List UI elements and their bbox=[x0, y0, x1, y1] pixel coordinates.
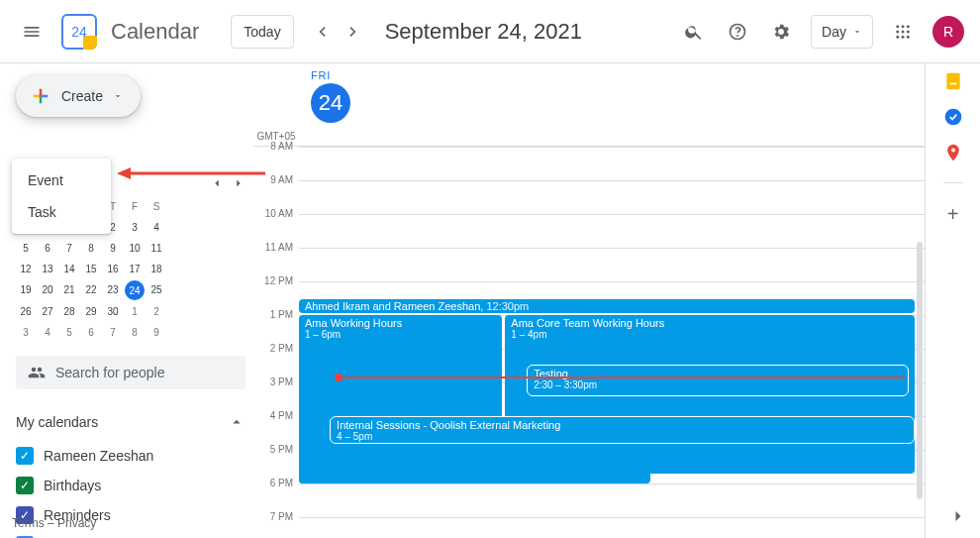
mini-day[interactable]: 29 bbox=[81, 302, 101, 321]
svg-point-8 bbox=[907, 35, 910, 38]
mini-day[interactable]: 27 bbox=[38, 302, 57, 321]
main-menu-button[interactable] bbox=[8, 8, 55, 55]
mini-day[interactable]: 19 bbox=[16, 280, 36, 300]
account-avatar[interactable]: R bbox=[932, 16, 964, 48]
app-title: Calendar bbox=[111, 19, 199, 45]
privacy-link[interactable]: Privacy bbox=[57, 516, 96, 530]
mini-day[interactable]: 3 bbox=[16, 323, 36, 342]
calendar-item[interactable]: ✓Birthdays bbox=[16, 471, 245, 500]
mini-day[interactable]: 8 bbox=[125, 323, 145, 342]
mini-day[interactable]: 9 bbox=[103, 239, 123, 258]
tasks-icon[interactable] bbox=[943, 107, 963, 127]
scrollbar[interactable] bbox=[917, 242, 923, 499]
mini-day[interactable]: 28 bbox=[59, 302, 79, 321]
search-button[interactable] bbox=[674, 12, 714, 52]
checkbox-icon[interactable]: ✓ bbox=[16, 477, 34, 494]
mini-day[interactable]: 6 bbox=[81, 323, 101, 342]
create-button[interactable]: Create bbox=[16, 75, 141, 117]
svg-point-5 bbox=[907, 30, 910, 33]
chevron-left-icon bbox=[312, 22, 332, 42]
mini-prev-button[interactable] bbox=[210, 176, 224, 193]
mini-day[interactable]: 16 bbox=[103, 260, 123, 278]
search-people-input[interactable]: Search for people bbox=[16, 356, 245, 389]
mini-day[interactable]: 12 bbox=[16, 260, 36, 278]
event-block[interactable]: Testing 2:30 – 3:30pm bbox=[527, 365, 909, 396]
hour-label: 3 PM bbox=[253, 377, 299, 410]
mini-day[interactable]: 17 bbox=[125, 260, 145, 278]
next-day-button[interactable] bbox=[338, 16, 369, 48]
help-icon bbox=[728, 22, 747, 42]
mini-day[interactable]: 7 bbox=[59, 239, 79, 258]
chevron-right-icon bbox=[948, 506, 968, 526]
view-selector[interactable]: Day bbox=[811, 15, 873, 49]
mini-day[interactable]: 20 bbox=[38, 280, 57, 300]
mini-day[interactable]: 15 bbox=[81, 260, 101, 278]
mini-day[interactable]: 4 bbox=[38, 323, 57, 342]
terms-link[interactable]: Terms bbox=[12, 516, 45, 530]
mini-day[interactable]: 13 bbox=[38, 260, 57, 278]
mini-day[interactable]: 11 bbox=[147, 239, 166, 258]
hour-label: 10 AM bbox=[253, 208, 299, 242]
day-grid[interactable]: GMT+05 FRI 24 Ahmed Ikram and Rameen Zee… bbox=[253, 63, 925, 538]
chevron-right-icon bbox=[232, 176, 245, 190]
keep-icon[interactable] bbox=[943, 71, 963, 91]
hour-label: 12 PM bbox=[253, 275, 299, 309]
mini-day[interactable]: 4 bbox=[147, 218, 166, 237]
timezone-label: GMT+05 bbox=[253, 63, 299, 146]
day-of-month[interactable]: 24 bbox=[311, 83, 350, 123]
svg-point-6 bbox=[896, 35, 899, 38]
mini-day[interactable]: 5 bbox=[59, 323, 79, 342]
calendar-label: Birthdays bbox=[44, 478, 101, 493]
mini-day[interactable]: 26 bbox=[16, 302, 36, 321]
divider bbox=[943, 182, 963, 183]
footer-links: Terms – Privacy bbox=[12, 516, 96, 530]
view-label: Day bbox=[822, 24, 846, 40]
svg-point-3 bbox=[896, 30, 899, 33]
mini-day[interactable]: 24 bbox=[125, 280, 145, 300]
prev-day-button[interactable] bbox=[306, 16, 338, 48]
mini-day[interactable]: 3 bbox=[125, 218, 145, 237]
mini-next-button[interactable] bbox=[232, 176, 245, 193]
mini-day[interactable]: 25 bbox=[147, 280, 166, 300]
checkbox-icon[interactable]: ✓ bbox=[16, 447, 34, 465]
today-button[interactable]: Today bbox=[231, 15, 293, 49]
mini-day[interactable]: 18 bbox=[147, 260, 166, 278]
svg-point-4 bbox=[902, 30, 905, 33]
mini-day[interactable]: 10 bbox=[125, 239, 145, 258]
hour-label: 8 AM bbox=[253, 141, 299, 174]
mini-day[interactable]: 30 bbox=[103, 302, 123, 321]
mini-day[interactable]: 7 bbox=[103, 323, 123, 342]
mini-day[interactable]: 21 bbox=[59, 280, 79, 300]
calendar-logo[interactable] bbox=[59, 12, 99, 52]
mini-day[interactable]: 6 bbox=[38, 239, 57, 258]
mini-day[interactable]: 22 bbox=[81, 280, 101, 300]
hour-label: 7 PM bbox=[253, 511, 299, 538]
svg-point-7 bbox=[902, 35, 905, 38]
mini-day[interactable]: 8 bbox=[81, 239, 101, 258]
hide-panel-button[interactable] bbox=[944, 502, 972, 530]
settings-button[interactable] bbox=[761, 12, 801, 52]
event-block[interactable]: Ahmed Ikram and Rameen Zeeshan, 12:30pm bbox=[299, 299, 915, 313]
get-addons-button[interactable]: + bbox=[947, 203, 959, 226]
calendar-item[interactable]: ✓Rameen Zeeshan bbox=[16, 441, 245, 471]
create-dropdown-menu: Event Task bbox=[12, 159, 111, 234]
hamburger-icon bbox=[22, 22, 42, 42]
mini-day[interactable]: 9 bbox=[147, 323, 166, 342]
mini-day[interactable]: 23 bbox=[103, 280, 123, 300]
mini-day[interactable]: 1 bbox=[125, 302, 145, 321]
nav-arrows bbox=[306, 16, 369, 48]
support-button[interactable] bbox=[718, 12, 757, 52]
mini-day[interactable]: 2 bbox=[147, 302, 166, 321]
maps-icon[interactable] bbox=[943, 143, 963, 162]
caret-down-icon bbox=[113, 91, 123, 101]
mini-day[interactable]: 14 bbox=[59, 260, 79, 278]
my-calendars-title: My calendars bbox=[16, 414, 98, 430]
calendar-item[interactable]: ✓Tasks bbox=[16, 530, 245, 538]
create-event-item[interactable]: Event bbox=[12, 164, 111, 196]
create-task-item[interactable]: Task bbox=[12, 196, 111, 228]
mini-day[interactable]: 5 bbox=[16, 239, 36, 258]
event-block[interactable] bbox=[299, 444, 650, 484]
event-block[interactable]: Internal Sessions - Qoolish External Mar… bbox=[330, 416, 915, 444]
apps-button[interactable] bbox=[883, 12, 923, 52]
my-calendars-toggle[interactable]: My calendars bbox=[16, 409, 245, 435]
